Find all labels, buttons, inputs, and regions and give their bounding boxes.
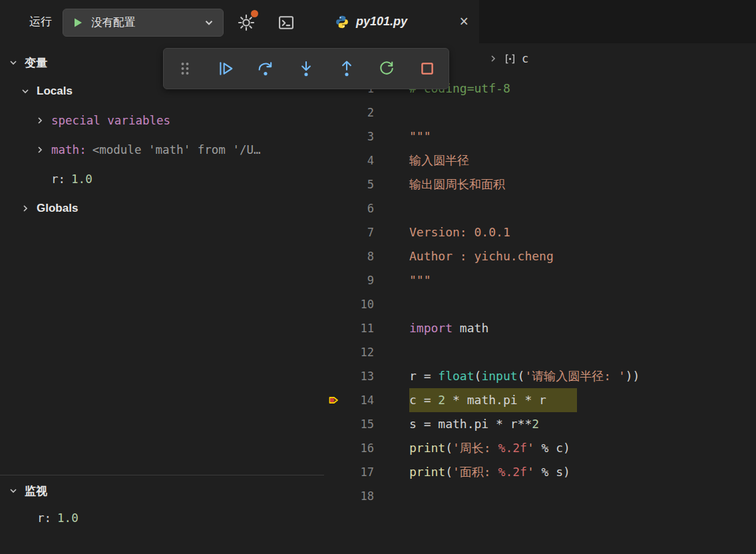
watch-row-r[interactable]: r:1.0 — [0, 505, 324, 531]
gutter-glyph[interactable] — [324, 244, 344, 268]
variables-title: 变量 — [25, 55, 47, 71]
breadcrumb-item-symbol[interactable]: c — [522, 52, 528, 65]
code-line-17[interactable]: 17print('面积: %.2f' % s) — [324, 460, 756, 484]
code-text: import math — [409, 316, 488, 340]
line-number: 6 — [344, 196, 374, 220]
watch-title: 监视 — [25, 483, 47, 499]
code-line-11[interactable]: 11import math — [324, 316, 756, 340]
watch-section-header[interactable]: 监视 — [0, 477, 324, 505]
chevron-right-icon — [20, 203, 31, 214]
tree-row-special-variables[interactable]: special variables — [0, 106, 324, 135]
symbol-variable-icon — [503, 52, 517, 66]
gutter-glyph[interactable] — [324, 436, 344, 460]
notification-badge — [251, 10, 258, 17]
close-icon[interactable]: × — [460, 14, 469, 29]
gutter-glyph[interactable] — [324, 172, 344, 196]
code-editor[interactable]: 1# coding=utf-823"""4输入圆半径5输出圆周长和面积67Ver… — [324, 74, 756, 554]
chevron-down-icon — [20, 86, 31, 97]
drag-handle[interactable] — [173, 57, 197, 81]
code-line-13[interactable]: 13r = float(input('请输入圆半径: ')) — [324, 364, 756, 388]
code-line-9[interactable]: 9""" — [324, 268, 756, 292]
continue-button[interactable] — [214, 57, 238, 81]
run-panel-title: 运行 — [29, 0, 52, 43]
gutter-glyph[interactable] — [324, 460, 344, 484]
stop-button[interactable] — [415, 57, 439, 81]
code-line-14[interactable]: 14c = 2 * math.pi * r — [324, 388, 756, 412]
line-number: 13 — [344, 364, 374, 388]
breakpoint-current-frame-glyph[interactable] — [324, 388, 344, 412]
code-text: Author : yichu.cheng — [409, 244, 554, 268]
line-number: 3 — [344, 125, 374, 148]
code-line-4[interactable]: 4输入圆半径 — [324, 148, 756, 172]
code-line-12[interactable]: 12 — [324, 340, 756, 364]
code-line-10[interactable]: 10 — [324, 292, 756, 316]
gutter-glyph[interactable] — [324, 340, 344, 364]
variable-name: r: — [51, 172, 65, 186]
vscode-debug-window: 运行 没有配置 — [0, 0, 756, 554]
step-out-button[interactable] — [335, 57, 359, 81]
line-number: 7 — [344, 220, 374, 244]
gutter-glyph[interactable] — [324, 412, 344, 436]
debug-settings-button[interactable] — [233, 9, 260, 36]
watch-value: 1.0 — [57, 511, 79, 525]
code-line-7[interactable]: 7Version: 0.0.1 — [324, 220, 756, 244]
debug-console-button[interactable] — [273, 9, 299, 36]
gutter-glyph[interactable] — [324, 148, 344, 172]
code-line-15[interactable]: 15s = math.pi * r**2 — [324, 412, 756, 436]
gutter-glyph[interactable] — [324, 364, 344, 388]
python-icon — [335, 15, 349, 29]
debug-config-dropdown[interactable]: 没有配置 — [63, 9, 224, 37]
continue-icon — [216, 59, 235, 78]
restart-icon — [377, 59, 396, 78]
code-text: Version: 0.0.1 — [409, 220, 510, 244]
current-line-arrow-icon — [327, 392, 343, 408]
editor-tab-bar: py101.py × — [324, 0, 756, 43]
code-line-16[interactable]: 16print('周长: %.2f' % c) — [324, 436, 756, 460]
gripper-icon — [176, 59, 194, 78]
stop-icon — [418, 59, 437, 78]
gutter-glyph[interactable] — [324, 316, 344, 340]
tree-label: Globals — [37, 202, 78, 215]
code-line-18[interactable]: 18 — [324, 484, 756, 508]
gutter-glyph[interactable] — [324, 196, 344, 220]
tree-row-math[interactable]: math:<module 'math' from '/U… — [0, 135, 324, 164]
line-number: 18 — [344, 484, 374, 508]
gutter-glyph[interactable] — [324, 484, 344, 508]
code-text: r = float(input('请输入圆半径: ')) — [409, 364, 640, 388]
tab-title: py101.py — [356, 15, 455, 29]
chevron-down-icon — [203, 17, 215, 29]
gutter-glyph[interactable] — [324, 220, 344, 244]
gutter-glyph[interactable] — [324, 101, 344, 125]
code-line-5[interactable]: 5输出圆周长和面积 — [324, 172, 756, 196]
gutter-glyph[interactable] — [324, 125, 344, 148]
chevron-right-icon — [35, 115, 45, 126]
step-over-button[interactable] — [254, 57, 278, 81]
gutter-glyph[interactable] — [324, 292, 344, 316]
code-text: """ — [409, 125, 431, 148]
step-into-button[interactable] — [294, 57, 318, 81]
watch-section: 监视 r:1.0 — [0, 475, 324, 531]
step-over-icon — [256, 59, 275, 78]
code-line-6[interactable]: 6 — [324, 196, 756, 220]
code-text: print('面积: %.2f' % s) — [409, 460, 570, 484]
tree-row-globals[interactable]: Globals — [0, 194, 324, 223]
chevron-right-icon — [35, 144, 45, 155]
code-line-8[interactable]: 8Author : yichu.cheng — [324, 244, 756, 268]
tab-py101[interactable]: py101.py × — [324, 0, 479, 43]
code-line-2[interactable]: 2 — [324, 101, 756, 125]
tree-label: special variables — [51, 114, 170, 127]
start-debugging-icon[interactable] — [71, 16, 85, 29]
line-number: 10 — [344, 292, 374, 316]
tree-row-r[interactable]: r:1.0 — [0, 164, 324, 194]
gutter-glyph[interactable] — [324, 268, 344, 292]
line-number: 15 — [344, 412, 374, 436]
run-toolbar: 运行 没有配置 — [0, 0, 324, 43]
code-text: """ — [409, 268, 431, 292]
restart-button[interactable] — [375, 57, 399, 81]
variable-value: 1.0 — [71, 172, 93, 186]
config-label: 没有配置 — [91, 15, 203, 30]
line-number: 4 — [344, 148, 374, 172]
line-number: 2 — [344, 101, 374, 125]
variable-value: <module 'math' from '/U… — [93, 143, 261, 156]
code-line-3[interactable]: 3""" — [324, 125, 756, 148]
